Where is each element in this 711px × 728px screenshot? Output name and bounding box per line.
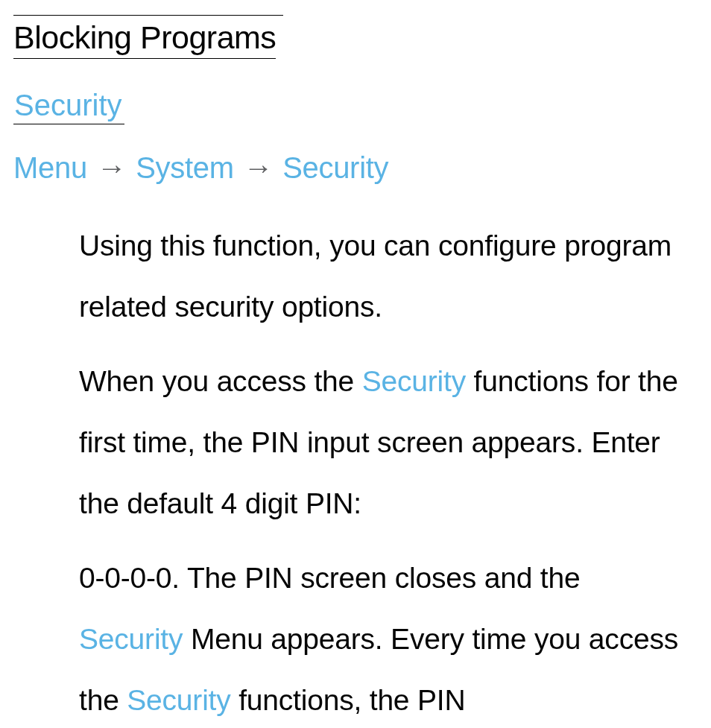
security-link: Security	[127, 684, 230, 716]
breadcrumb-item-security: Security	[282, 151, 388, 184]
paragraph-3: 0-0-0-0. The PIN screen closes and the S…	[79, 548, 683, 728]
document-page: Blocking Programs Security Menu → System…	[0, 0, 711, 728]
title-rule	[13, 15, 283, 16]
body-text: Using this function, you can configure p…	[13, 215, 698, 728]
text-run: functions, the PIN	[231, 684, 466, 716]
section-heading-wrap: Security	[13, 89, 698, 124]
security-link: Security	[362, 365, 466, 397]
paragraph-2: When you access the Security functions f…	[79, 351, 683, 534]
page-title: Blocking Programs	[13, 20, 276, 59]
breadcrumb: Menu → System → Security	[13, 151, 698, 184]
breadcrumb-item-menu: Menu	[13, 151, 87, 184]
breadcrumb-separator: →	[95, 151, 128, 184]
breadcrumb-separator: →	[242, 151, 275, 184]
section-heading: Security	[13, 89, 124, 124]
breadcrumb-item-system: System	[136, 151, 234, 184]
paragraph-1: Using this function, you can configure p…	[79, 215, 683, 338]
text-run: When you access the	[79, 365, 362, 397]
security-link: Security	[79, 623, 183, 655]
text-run: 0-0-0-0. The PIN screen closes and the	[79, 562, 580, 594]
